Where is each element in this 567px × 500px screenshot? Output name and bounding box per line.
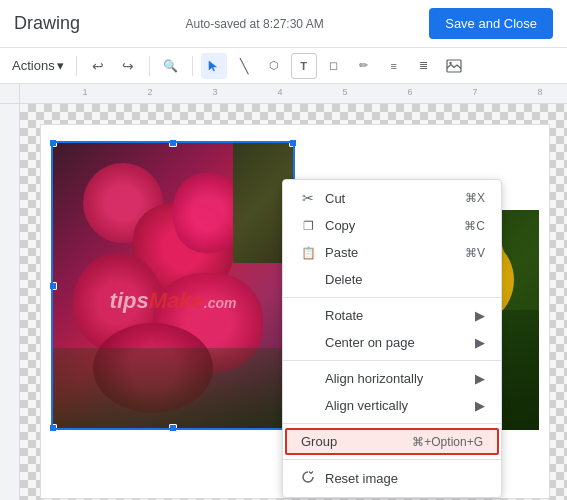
ruler-label-1: 1 — [82, 87, 87, 97]
menu-group-label: Group — [301, 434, 337, 449]
menu-align-v-label: Align vertically — [325, 398, 408, 413]
cut-shortcut: ⌘X — [465, 191, 485, 205]
menu-paste-label: Paste — [325, 245, 358, 260]
line-tool-button[interactable]: ╲ — [231, 53, 257, 79]
ruler-horizontal: 1 2 3 4 5 6 7 8 — [20, 84, 567, 104]
menu-copy-label: Copy — [325, 218, 355, 233]
ruler-label-2: 2 — [147, 87, 152, 97]
menu-item-align-v[interactable]: Align vertically ▶ — [283, 392, 501, 419]
redo-button[interactable]: ↪ — [115, 53, 141, 79]
pen-tool-button[interactable]: ✏ — [351, 53, 377, 79]
app-title: Drawing — [14, 13, 80, 34]
menu-separator-4 — [283, 459, 501, 460]
ruler-vertical — [0, 84, 20, 500]
selection-handle-bl[interactable] — [49, 424, 57, 432]
copy-shortcut: ⌘C — [464, 219, 485, 233]
line-weight-button[interactable]: ≡ — [381, 53, 407, 79]
menu-separator-1 — [283, 297, 501, 298]
ruler-label-6: 6 — [407, 87, 412, 97]
menu-item-group[interactable]: Group ⌘+Option+G — [285, 428, 499, 455]
menu-item-align-h[interactable]: Align horizontally ▶ — [283, 365, 501, 392]
menu-reset-label: Reset image — [325, 471, 398, 486]
line-dash-button[interactable]: ≣ — [411, 53, 437, 79]
actions-menu[interactable]: Actions ▾ — [8, 56, 68, 75]
menu-item-delete[interactable]: Delete — [283, 266, 501, 293]
ruler-label-3: 3 — [212, 87, 217, 97]
toolbar-separator — [76, 56, 77, 76]
selection-handle-tm[interactable] — [169, 139, 177, 147]
svg-point-1 — [449, 61, 451, 63]
align-h-arrow-icon: ▶ — [475, 371, 485, 386]
paste-shortcut: ⌘V — [465, 246, 485, 260]
text-tool-button[interactable]: T — [291, 53, 317, 79]
menu-delete-label: Delete — [325, 272, 363, 287]
selection-handle-ml[interactable] — [49, 282, 57, 290]
pink-flowers-image: tipsMake.com — [53, 143, 293, 428]
undo-button[interactable]: ↩ — [85, 53, 111, 79]
menu-item-rotate[interactable]: Rotate ▶ — [283, 302, 501, 329]
menu-item-paste[interactable]: 📋 Paste ⌘V — [283, 239, 501, 266]
save-close-button[interactable]: Save and Close — [429, 8, 553, 39]
image-tool-button[interactable]: ◻ — [321, 53, 347, 79]
menu-cut-label: Cut — [325, 191, 345, 206]
selection-handle-tl[interactable] — [49, 139, 57, 147]
menu-rotate-label: Rotate — [325, 308, 363, 323]
copy-icon: ❐ — [299, 219, 317, 233]
toolbar: Actions ▾ ↩ ↪ 🔍 ╲ ⬡ T ◻ ✏ ≡ ≣ — [0, 48, 567, 84]
select-tool-button[interactable] — [201, 53, 227, 79]
ruler-label-5: 5 — [342, 87, 347, 97]
toolbar-separator-3 — [192, 56, 193, 76]
shape-tool-button[interactable]: ⬡ — [261, 53, 287, 79]
canvas-area: 1 2 3 4 5 6 7 8 — [0, 84, 567, 500]
menu-align-h-label: Align horizontally — [325, 371, 423, 386]
selection-handle-tr[interactable] — [289, 139, 297, 147]
align-v-arrow-icon: ▶ — [475, 398, 485, 413]
actions-arrow: ▾ — [57, 58, 64, 73]
toolbar-separator-2 — [149, 56, 150, 76]
zoom-button[interactable]: 🔍 — [158, 53, 184, 79]
ruler-label-8: 8 — [537, 87, 542, 97]
pink-flowers-image-container[interactable]: tipsMake.com — [53, 143, 293, 428]
reset-icon — [299, 470, 317, 487]
ruler-label-7: 7 — [472, 87, 477, 97]
menu-item-center[interactable]: Center on page ▶ — [283, 329, 501, 356]
header: Drawing Auto-saved at 8:27:30 AM Save an… — [0, 0, 567, 48]
group-shortcut: ⌘+Option+G — [412, 435, 483, 449]
ruler-label-4: 4 — [277, 87, 282, 97]
context-menu: ✂ Cut ⌘X ❐ Copy ⌘C 📋 Paste ⌘V Delete Rot… — [282, 179, 502, 498]
menu-item-copy[interactable]: ❐ Copy ⌘C — [283, 212, 501, 239]
actions-label: Actions — [12, 58, 55, 73]
watermark: tipsMake.com — [110, 288, 237, 314]
center-arrow-icon: ▶ — [475, 335, 485, 350]
insert-image-button[interactable] — [441, 53, 467, 79]
paste-icon: 📋 — [299, 246, 317, 260]
menu-separator-3 — [283, 423, 501, 424]
autosave-status: Auto-saved at 8:27:30 AM — [186, 17, 324, 31]
menu-item-cut[interactable]: ✂ Cut ⌘X — [283, 184, 501, 212]
menu-center-label: Center on page — [325, 335, 415, 350]
menu-separator-2 — [283, 360, 501, 361]
selection-handle-bm[interactable] — [169, 424, 177, 432]
rotate-arrow-icon: ▶ — [475, 308, 485, 323]
menu-item-reset[interactable]: Reset image — [283, 464, 501, 493]
ruler-corner — [0, 84, 20, 104]
cut-icon: ✂ — [299, 190, 317, 206]
